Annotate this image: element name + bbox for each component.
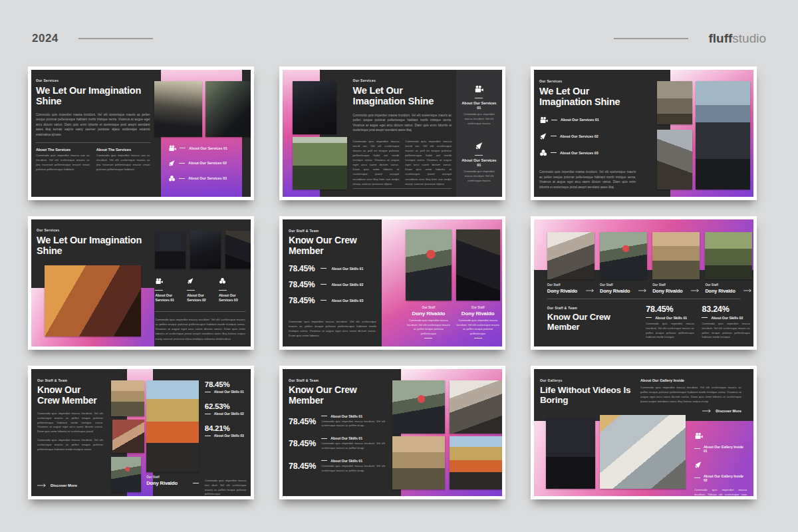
photo-theater [546,418,595,489]
member-name: Dony Rivaldo [406,311,452,317]
photo-member-4 [705,232,752,279]
stat-value: 78.45% [205,380,247,388]
slide-title: Know Our Crew Member [289,385,385,406]
dash-line [193,483,199,483]
service-label: About Our Services 02 [560,134,598,138]
sidebar-item: About Our Services 01 Commodo quis imper… [461,141,497,184]
slide-card-2[interactable]: Our Services We Let Our Imagination Shin… [279,66,505,200]
dash-line [205,392,211,392]
slide-card-3[interactable]: Our Services We Let Our Imagination Shin… [531,66,757,200]
slide-card-6[interactable]: Our Staff Dony Rivaldo Our Staff Dony Ri… [531,216,757,350]
member-name: Dony Rivaldo [600,288,630,294]
stat-label: About Our Skills 03 [214,434,244,438]
dash-line [321,416,327,416]
arrow-right-icon [691,289,700,293]
stat-value: 84.21% [205,424,247,432]
sidebar-title: About Our Services 01 [461,101,497,111]
member-name: Dony Rivaldo [705,288,735,294]
slide-7-crew: Our Staff & Team Know Our Crew Member Co… [31,369,251,496]
photo-camera-rigs [190,231,221,269]
col-title: About The Services [96,148,150,152]
year-label: 2024 [32,32,59,45]
divider [36,142,150,143]
gallery-item: About Our Gallery Inside 01 [694,430,747,453]
divider [547,299,740,299]
movie-camera-icon [539,116,548,124]
megaphone-icon [187,277,194,285]
dash-line [702,317,708,318]
sidebar-title: About Our Services 01 [461,158,497,168]
member-caption[interactable]: Our Staff Dony Rivaldo [705,283,752,294]
stat-block: 78.45% About Our Skills 01 Commodo quis … [646,305,694,340]
mini-divider [475,98,483,98]
photo-row [155,231,251,269]
slide-label: Our Staff & Team [37,378,103,382]
dash-line [179,178,185,179]
slide-card-4[interactable]: Our Services We Let Our Imagination Shin… [28,216,254,350]
discover-more-link[interactable]: Discover More [37,483,103,487]
stat-row: 78.45% About Our Skills 02 [289,280,376,289]
masks-icon [539,149,547,157]
service-title-line2: Services 03 [219,298,238,302]
member-caption[interactable]: Our Staff Dony Rivaldo [652,283,700,294]
photo-member-2 [600,232,647,279]
slide-label: Our Services [37,228,142,232]
stat-body: Commodo quis imperdiet massa tincidunt. … [646,322,694,340]
sidebar-body: Commodo quis imperdiet massa tincidunt. … [461,112,497,126]
stat-value: 78.45% [289,462,316,471]
dash-line [551,136,557,136]
mini-divider [187,290,195,291]
stat-label: About Our Skills 03 [332,299,364,303]
slide-body-1: Commodo quis imperdiet massa tincidunt. … [37,412,103,435]
dash-line [321,438,327,439]
mini-divider [475,155,483,156]
member-label: Our Staff [652,283,700,287]
service-col: About OurServices 03 [219,275,245,303]
slide-9-gallery: Our Gallerys Life Without Videos Is Bori… [534,369,753,496]
member-caption: Our Staff Dony Rivaldo [146,475,199,486]
member-caption[interactable]: Our Staff Dony Rivaldo [600,283,647,294]
slide-card-8[interactable]: Our Staff & Team Know Our Crew Member 78… [279,366,505,499]
photo-camera-closeup [205,81,251,137]
stat-label: About Our Skills 01 [214,390,244,394]
slide-title: We Let Our Imagination Shine [353,85,452,107]
stat-value: 78.45% [289,439,316,448]
stat-body: Commodo quis imperdiet massa tincidunt. … [321,420,385,429]
gallery-label: About Our Gallery Inside 01 [704,445,747,453]
col-title: About The Services [36,148,90,152]
photo-member-2 [450,380,502,434]
stat-row: 78.45% About Our Skills 03 [289,296,376,305]
stat-value: 78.45% [289,296,315,305]
stat-value: 78.45% [289,264,315,273]
slide-card-5[interactable]: Our Staff & Team Know Our Crew Member 78… [279,216,505,350]
member-label: Our Staff [547,283,595,287]
discover-more-link[interactable]: Discover More [640,409,741,413]
stat-value: 62.53% [205,402,247,410]
stat-value: 78.45% [289,417,316,426]
slide-8-crew: Our Staff & Team Know Our Crew Member 78… [283,369,502,496]
member-caption[interactable]: Our Staff Dony Rivaldo [547,283,595,294]
arrow-right-icon [37,483,47,487]
discover-more-label: Discover More [51,483,77,487]
slide-title: We Let Our Imagination Shine [539,86,636,108]
member-label: Our Staff [456,306,500,309]
masks-icon [168,175,176,182]
member-label: Our Staff [705,283,752,287]
dash-line [205,414,211,414]
about-title: About Our Gallery Inside [640,378,741,382]
dash-line [321,300,327,301]
service-title: About OurServices 02 [187,293,213,303]
slide-card-9[interactable]: Our Gallerys Life Without Videos Is Bori… [531,366,757,499]
service-title-line2: Services 01 [155,298,174,302]
dash-line [321,284,327,285]
movie-camera-icon [155,278,163,285]
brand-bold: fluff [708,31,732,45]
stat-label: About Our Skills 01 [331,414,362,418]
slide-card-7[interactable]: Our Staff & Team Know Our Crew Member Co… [28,366,254,499]
slide-card-1[interactable]: Our Services We Let Our Imagination Shin… [28,66,254,200]
stat-block: 84.21% About Our Skills 03 [205,424,247,438]
service-title-line1: About Our [155,293,172,297]
megaphone-icon [694,461,702,469]
slide-title: We Let Our Imagination Shine [37,235,142,257]
movie-camera-icon [474,85,483,93]
